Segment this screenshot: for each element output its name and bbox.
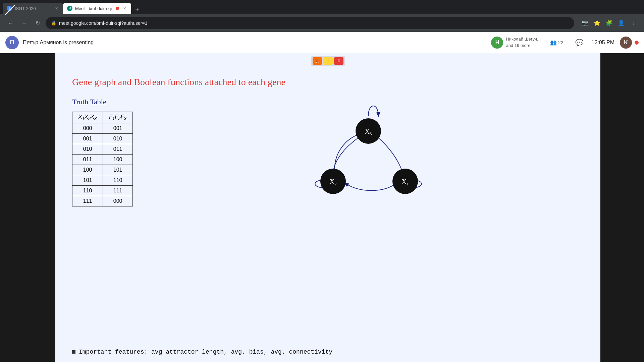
camera-browser-icon[interactable]: 📷: [580, 18, 590, 28]
tab-bar: I ISGT 2020 ✕ M Meet - bmf-duir-sqi ✕ +: [0, 0, 644, 14]
address-text: meet.google.com/bmf-duir-sqi?authuser=1: [59, 20, 147, 26]
bullet-icon: [72, 350, 75, 354]
time-display: 12:05 PM: [592, 40, 614, 46]
chat-icon: 💬: [575, 39, 584, 47]
participant-avatar: Н: [491, 37, 503, 49]
lock-icon: 🔒: [51, 20, 56, 25]
user-avatar: K: [620, 37, 632, 49]
main-area: 🦊 ⚡ 🖥 Gene graph and Boolean functions a…: [0, 53, 644, 362]
table-cell-col1: 010: [72, 144, 103, 155]
left-sidebar: [0, 53, 55, 362]
table-cell-col1: 101: [72, 175, 103, 186]
bookmark-icon[interactable]: ⭐: [592, 18, 602, 28]
participants-button[interactable]: 👥 22: [546, 37, 568, 48]
bullet-text: Important features: avg attractor length…: [79, 349, 332, 355]
meet-header: П Петър Армянов is presenting Н Николай …: [0, 32, 644, 53]
back-button[interactable]: ←: [5, 18, 16, 28]
extensions-icon[interactable]: 🧩: [604, 18, 614, 28]
table-cell-col1: 100: [72, 165, 103, 175]
user-info: K: [620, 37, 639, 49]
slide-footer: Important features: avg attractor length…: [55, 345, 600, 362]
tab2-favicon: M: [67, 6, 72, 11]
tab1-title: ISGT 2020: [15, 6, 36, 11]
presenter-avatar: П: [5, 36, 19, 49]
recording-dot: [116, 7, 119, 10]
slide-content: 🦊 ⚡ 🖥 Gene graph and Boolean functions a…: [55, 53, 600, 345]
table-row: 000001: [72, 123, 133, 134]
slide-toolbar: 🦊 ⚡ 🖥: [311, 56, 345, 66]
table-cell-col2: 100: [103, 155, 133, 165]
address-bar: ← → ↻ 🔒 meet.google.com/bmf-duir-sqi?aut…: [0, 14, 644, 32]
table-row: 011100: [72, 155, 133, 165]
truth-table-section: Truth Table X1X2X3 F1F2F3 00000100101001…: [72, 98, 584, 206]
new-tab-button[interactable]: +: [132, 5, 142, 14]
graph-area: X3 X2 X1: [153, 98, 584, 198]
bullet-point: Important features: avg attractor length…: [72, 349, 584, 355]
account-icon[interactable]: 👤: [616, 18, 627, 28]
table-row: 010011: [72, 144, 133, 155]
table-row: 100101: [72, 165, 133, 175]
table-cell-col2: 111: [103, 186, 133, 196]
table-cell-col1: 110: [72, 186, 103, 196]
table-row: 111000: [72, 196, 133, 206]
col-header-1: X1X2X3: [72, 112, 103, 123]
table-cell-col1: 111: [72, 196, 103, 206]
recording-indicator: [635, 41, 639, 45]
col-header-2: F1F2F3: [103, 112, 133, 123]
truth-table: X1X2X3 F1F2F3 00000100101001001101110010…: [72, 112, 133, 206]
toolbar-btn-3[interactable]: 🖥: [334, 57, 343, 65]
tab-meet[interactable]: M Meet - bmf-duir-sqi ✕: [63, 3, 131, 14]
table-row: 001010: [72, 134, 133, 144]
browser-chrome: I ISGT 2020 ✕ M Meet - bmf-duir-sqi ✕ + …: [0, 0, 644, 32]
participants-icon: 👥: [550, 39, 557, 46]
right-sidebar: [600, 53, 644, 362]
slide-title: Gene graph and Boolean functions attache…: [72, 77, 584, 87]
table-cell-col2: 010: [103, 134, 133, 144]
table-cell-col2: 101: [103, 165, 133, 175]
participant-info: Н Николай Шегун...and 19 more: [491, 36, 541, 48]
header-right: Н Николай Шегун...and 19 more 👥 22 💬 12:…: [491, 36, 639, 49]
address-input[interactable]: 🔒 meet.google.com/bmf-duir-sqi?authuser=…: [46, 17, 574, 29]
truth-table-label: Truth Table: [72, 98, 133, 106]
toolbar-btn-1[interactable]: 🦊: [313, 57, 322, 65]
toolbar-btn-2[interactable]: ⚡: [323, 57, 333, 65]
tab2-title: Meet - bmf-duir-sqi: [75, 6, 112, 11]
table-cell-col2: 000: [103, 196, 133, 206]
browser-right-icons: 📷 ⭐ 🧩 👤 ⋮: [580, 18, 639, 28]
table-cell-col1: 011: [72, 155, 103, 165]
table-cell-col2: 001: [103, 123, 133, 134]
presenter-label: Петър Армянов is presenting: [23, 40, 94, 46]
table-row: 101110: [72, 175, 133, 186]
table-cell-col2: 011: [103, 144, 133, 155]
table-cell-col1: 001: [72, 134, 103, 144]
table-row: 110111: [72, 186, 133, 196]
chat-button[interactable]: 💬: [573, 36, 586, 49]
refresh-button[interactable]: ↻: [32, 18, 43, 28]
table-cell-col2: 110: [103, 175, 133, 186]
truth-table-container: Truth Table X1X2X3 F1F2F3 00000100101001…: [72, 98, 133, 206]
tab1-close[interactable]: ✕: [54, 6, 59, 11]
presentation-area: 🦊 ⚡ 🖥 Gene graph and Boolean functions a…: [55, 53, 600, 362]
menu-icon[interactable]: ⋮: [628, 18, 639, 28]
gene-graph-svg: X3 X2 X1: [306, 98, 430, 198]
table-cell-col1: 000: [72, 123, 103, 134]
participants-count: 22: [558, 40, 564, 45]
participant-name: Николай Шегун...and 19 more: [506, 36, 541, 48]
forward-button[interactable]: →: [19, 18, 30, 28]
tab2-close[interactable]: ✕: [122, 6, 127, 11]
